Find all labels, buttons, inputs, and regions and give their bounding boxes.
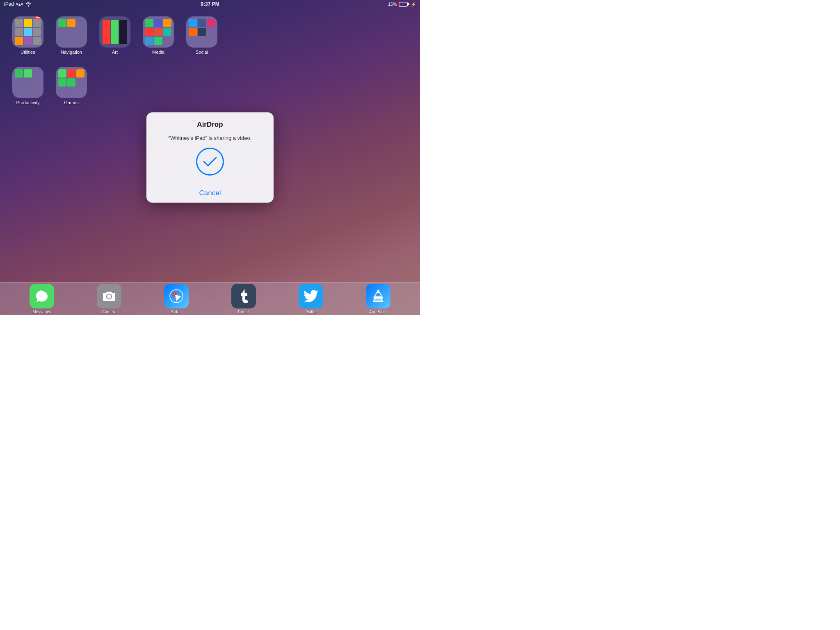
dialog-content: AirDrop “Whitney’s iPad” is sharing a vi…: [146, 112, 274, 184]
dialog-title: AirDrop: [197, 121, 223, 129]
dialog-check-circle: [196, 148, 224, 176]
cancel-button[interactable]: Cancel: [146, 184, 274, 203]
airdrop-dialog: AirDrop “Whitney’s iPad” is sharing a vi…: [146, 112, 274, 203]
dialog-message: “Whitney’s iPad” is sharing a video.: [169, 135, 252, 142]
dialog-buttons: Cancel: [146, 184, 274, 203]
airdrop-dialog-overlay: AirDrop “Whitney’s iPad” is sharing a vi…: [0, 0, 420, 315]
